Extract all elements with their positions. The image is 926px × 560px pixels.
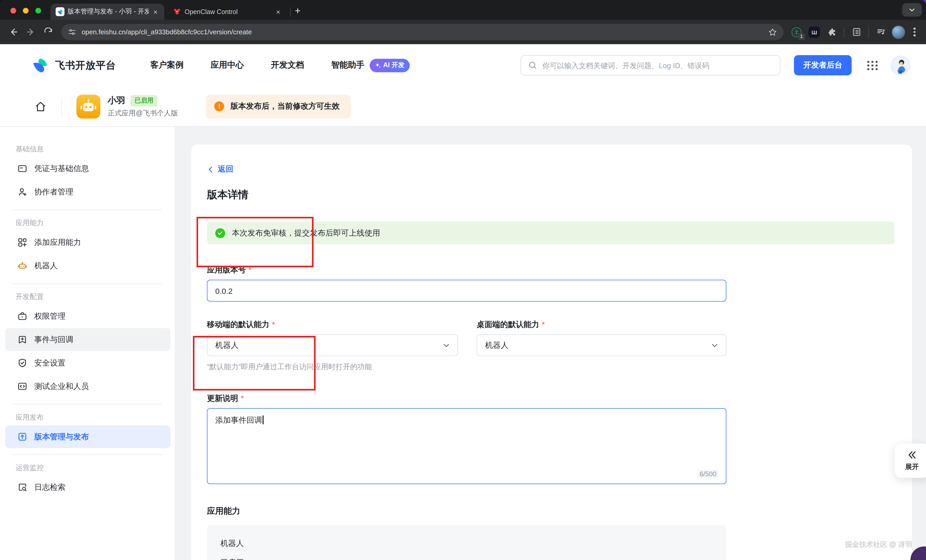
required-mark: * [272,320,275,330]
sidebar-divider [12,454,162,455]
apps-add-icon [17,237,27,248]
sidebar-item-credentials[interactable]: 凭证与基础信息 [5,157,171,180]
credential-card-icon [17,163,27,174]
screen: 版本管理与发布 - 小羽 - 开发者 × OpenClaw Control × … [0,0,926,560]
back-link[interactable]: 返回 [207,164,243,174]
sidebar-item-bot[interactable]: 机器人 [5,254,171,277]
annotation-box-notes [193,336,316,390]
sidebar-section-capabilities: 应用能力 [16,218,175,228]
watermark: 掘金技术社区 @ 冴羽 [846,540,912,549]
brand-name: 飞书开放平台 [55,59,116,72]
chevron-down-icon [442,341,450,349]
sidebar-item-version-release[interactable]: 版本管理与发布 [5,425,171,448]
briefcase-icon [17,311,27,321]
site-header: 飞书开放平台 客户案例 应用中心 开发文档 智能助手 AI 开发 [0,44,926,86]
app-meta: 小羽 已启用 正式应用@飞书个人版 [107,95,178,118]
feishu-logo-icon [31,56,49,74]
lobster-favicon-icon [172,7,182,16]
feishu-brand[interactable]: 飞书开放平台 [31,56,116,74]
sidebar-item-events-callbacks[interactable]: 事件与回调 [5,328,171,351]
sidebar-section-basic: 基础信息 [16,145,175,154]
upload-square-icon [17,431,27,442]
tab-strip: 版本管理与发布 - 小羽 - 开发者 × OpenClaw Control × … [0,0,926,20]
feishu-favicon-icon [56,7,65,16]
expand-panel-button[interactable]: 展开 [895,443,926,478]
address-bar[interactable]: open.feishu.cn/app/cli_a933bd6b8cfc9cc1/… [61,24,784,40]
app-bar: 小羽 已启用 正式应用@飞书个人版 ! 版本发布后，当前修改方可生效 [0,86,926,127]
sidebar: 基础信息 凭证与基础信息 协作者管理 应用能力 添加应用能力 [0,127,175,560]
nav-app-center[interactable]: 应用中心 [210,60,244,71]
search-input[interactable] [542,61,773,70]
sidebar-item-add-capability[interactable]: 添加应用能力 [5,231,171,254]
toolbar-divider [844,27,844,37]
capability-panel: 机器人 已启用 [207,525,726,560]
reload-icon[interactable] [41,24,56,40]
nav-ai-assistant[interactable]: 智能助手 AI 开发 [331,59,410,72]
main-nav: 客户案例 应用中心 开发文档 智能助手 AI 开发 [150,59,410,72]
media-playlist-icon[interactable] [873,24,888,40]
url-text[interactable]: open.feishu.cn/app/cli_a933bd6b8cfc9cc1/… [82,28,768,36]
capability-status: 已启用 [221,558,726,560]
person-add-icon [17,187,27,197]
search-icon [528,61,537,70]
tab-search-button[interactable] [902,3,922,17]
sidebar-item-permissions[interactable]: 权限管理 [5,305,171,328]
extension-green-icon[interactable]: 1 [789,24,804,40]
extension-un-icon[interactable]: ɯ [806,24,822,40]
browser-window: 版本管理与发布 - 小羽 - 开发者 × OpenClaw Control × … [0,0,926,560]
minimize-window-button[interactable] [23,8,29,14]
version-input[interactable]: 0.0.2 [207,280,726,301]
mobile-capability-label: 移动端的默认能力* [207,320,458,330]
log-search-icon [17,482,27,492]
sidebar-item-test-enterprise[interactable]: 测试企业和人员 [5,375,171,398]
tab-title: 版本管理与发布 - 小羽 - 开发者 [68,7,149,16]
app-grid-icon[interactable] [867,61,878,70]
ai-dev-badge[interactable]: AI 开发 [370,59,410,72]
home-icon[interactable] [34,100,47,113]
sidebar-item-collaborators[interactable]: 协作者管理 [5,180,171,203]
browser-profile-avatar[interactable] [891,24,906,40]
new-tab-button[interactable]: + [294,6,305,20]
sidebar-section-release: 应用发布 [16,413,175,422]
tab-version-release[interactable]: 版本管理与发布 - 小羽 - 开发者 × [50,4,164,20]
warning-banner: ! 版本发布后，当前修改方可生效 [206,94,351,118]
app-type-label: 正式应用@飞书个人版 [107,109,178,118]
reading-list-icon[interactable] [849,24,864,40]
nav-dev-docs[interactable]: 开发文档 [271,60,304,71]
text-cursor [263,415,263,424]
site-settings-icon[interactable] [68,27,76,36]
bookmark-plus-icon [17,334,27,345]
browser-toolbar: open.feishu.cn/app/cli_a933bd6b8cfc9cc1/… [0,20,926,44]
sidebar-item-security[interactable]: 安全设置 [5,351,171,374]
annotation-box-version [197,217,313,267]
close-tab-icon[interactable]: × [274,8,282,16]
tab-divider [290,7,291,17]
capability-section-title: 应用能力 [207,506,894,517]
update-notes-textarea[interactable]: 添加事件回调 6/500 [207,408,726,484]
close-window-button[interactable] [11,8,16,14]
capability-name: 机器人 [221,539,726,549]
divider [61,97,62,115]
double-chevron-left-icon [907,450,917,460]
browser-menu-icon[interactable] [908,24,921,40]
chevron-down-icon [711,341,719,349]
app-icon[interactable] [76,94,100,118]
nav-customer-cases[interactable]: 客户案例 [150,60,183,71]
forward-icon[interactable] [23,24,38,40]
close-tab-icon[interactable]: × [152,8,159,16]
header-search[interactable] [520,55,781,76]
sidebar-section-dev-config: 开发配置 [16,292,175,301]
feishu-open-platform-page: 飞书开放平台 客户案例 应用中心 开发文档 智能助手 AI 开发 [0,44,926,560]
code-brackets-icon [17,381,27,392]
zoom-window-button[interactable] [35,8,41,14]
bookmark-star-icon[interactable] [768,27,777,37]
sidebar-divider [12,404,162,404]
window-controls[interactable] [11,8,41,14]
sidebar-item-log-search[interactable]: 日志检索 [5,476,171,499]
extensions-puzzle-icon[interactable] [824,24,840,40]
tab-openclaw[interactable]: OpenClaw Control × [167,4,287,20]
desktop-capability-select[interactable]: 机器人 [477,334,726,356]
user-avatar[interactable] [891,55,910,75]
developer-console-button[interactable]: 开发者后台 [794,55,852,76]
back-icon[interactable] [5,24,21,40]
